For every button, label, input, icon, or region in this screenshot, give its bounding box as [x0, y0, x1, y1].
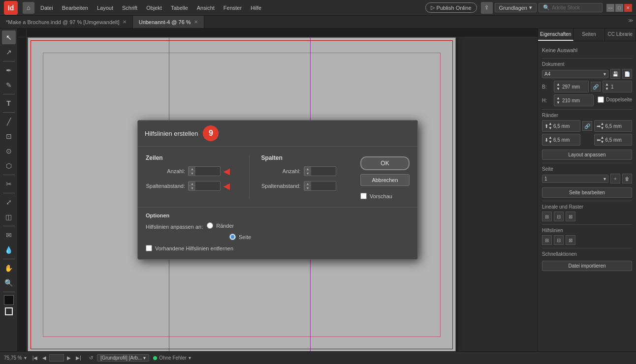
- b-up[interactable]: ▲▼: [556, 82, 560, 91]
- hilfslinien-icon-1[interactable]: ⊞: [542, 235, 552, 245]
- spalten-anzahl-arrows[interactable]: ▲ ▼: [304, 167, 311, 176]
- panel-tab-eigenschaften[interactable]: Eigenschaften: [538, 29, 573, 41]
- delete-page-icon[interactable]: 🗑: [622, 174, 632, 183]
- canvas-area[interactable]: Hilfslinien erstellen 9 Zeilen Anzahl: ▲: [18, 29, 538, 351]
- raender-radio[interactable]: [207, 222, 213, 229]
- h-up[interactable]: ▲▼: [556, 96, 560, 105]
- refresh-icon[interactable]: ↺: [89, 355, 93, 361]
- tool-text[interactable]: T: [2, 96, 16, 110]
- lineale-icon-2[interactable]: ⊟: [554, 212, 564, 221]
- prev-page-btn[interactable]: ◀: [40, 355, 48, 361]
- home-icon[interactable]: ⌂: [23, 2, 34, 14]
- tool-scissors[interactable]: ✂: [2, 177, 16, 191]
- page-input[interactable]: 1: [49, 354, 64, 362]
- b-spinbox[interactable]: ▲▼ 297 mm: [554, 81, 589, 92]
- zeilen-abstand-arrows[interactable]: ▲ ▼: [189, 182, 195, 190]
- h-spinbox[interactable]: ▲▼ 210 mm: [554, 94, 594, 106]
- profile-dropdown[interactable]: [Grundprofil] [Arb... ▾: [97, 354, 149, 362]
- link-raender-icon[interactable]: 🔗: [582, 121, 592, 131]
- menu-fenster[interactable]: Fenster: [220, 3, 246, 13]
- link-icon[interactable]: 🔗: [591, 82, 601, 91]
- tool-zoom[interactable]: 🔍: [2, 276, 16, 290]
- tab-0[interactable]: *Make a Brochure.indd @ 97 % [Umgewandel…: [0, 16, 133, 28]
- zeilen-abstand-input[interactable]: 5 mm: [195, 182, 220, 190]
- tool-gradient[interactable]: ◫: [2, 210, 16, 224]
- hilfslinien-icon-2[interactable]: ⊟: [554, 235, 564, 245]
- lineale-icon-1[interactable]: ⊞: [542, 212, 552, 221]
- raender-left-up[interactable]: ▲▼: [601, 135, 604, 144]
- tool-select[interactable]: ↖: [2, 30, 16, 44]
- search-box[interactable]: 🔍 Adobe Stock: [539, 3, 603, 12]
- raender-right-spinbox[interactable]: ➡ ▲▼ 6,5 mm: [594, 120, 633, 132]
- maximize-button[interactable]: □: [615, 4, 623, 12]
- menu-ansicht[interactable]: Ansicht: [193, 3, 219, 13]
- pages-up[interactable]: ▲▼: [605, 82, 609, 91]
- stroke-color[interactable]: [5, 307, 13, 315]
- tool-pen[interactable]: ✒: [2, 63, 16, 77]
- hilfslinien-icon-3[interactable]: ⊠: [566, 235, 575, 245]
- vorhandene-checkbox[interactable]: [146, 245, 152, 251]
- panel-tab-cc[interactable]: CC Librarie: [605, 29, 636, 41]
- format-dropdown[interactable]: A4 ▾: [542, 70, 608, 78]
- tool-eyedropper[interactable]: 💧: [2, 243, 16, 257]
- raender-bottom-up[interactable]: ▲▼: [548, 135, 552, 144]
- zeilen-anzahl-input[interactable]: 3: [195, 167, 220, 175]
- ok-button[interactable]: OK: [360, 156, 410, 170]
- spalten-abstand-arrows[interactable]: ▲ ▼: [304, 182, 311, 190]
- add-page-icon[interactable]: +: [610, 174, 620, 183]
- tool-pencil[interactable]: ✎: [2, 78, 16, 92]
- raender-left-spinbox[interactable]: ⬅ ▲▼ 6,5 mm: [594, 134, 633, 146]
- raender-right-up[interactable]: ▲▼: [601, 121, 604, 130]
- save-icon-btn[interactable]: 💾: [610, 69, 620, 79]
- publish-online-button[interactable]: ▷ Publish Online: [425, 2, 477, 13]
- zeilen-abstand-up[interactable]: ▲: [189, 182, 195, 186]
- menu-objekt[interactable]: Objekt: [142, 3, 166, 13]
- next-page-btn[interactable]: ▶: [65, 355, 73, 361]
- doppelseite-checkbox[interactable]: [598, 96, 604, 103]
- spalten-anzahl-up[interactable]: ▲: [304, 167, 311, 171]
- spalten-abstand-input[interactable]: 5 mm: [311, 182, 336, 190]
- raender-top-up[interactable]: ▲▼: [548, 121, 552, 130]
- tool-line[interactable]: ╱: [2, 115, 16, 128]
- menu-layout[interactable]: Layout: [93, 3, 117, 13]
- first-page-btn[interactable]: |◀: [31, 355, 40, 361]
- menu-bearbeiten[interactable]: Bearbeiten: [58, 3, 92, 13]
- zeilen-anzahl-up[interactable]: ▲: [189, 167, 195, 171]
- panel-tab-seiten[interactable]: Seiten: [573, 29, 604, 41]
- tab-1-close[interactable]: ✕: [194, 19, 198, 25]
- menu-tabelle[interactable]: Tabelle: [167, 3, 192, 13]
- zeilen-abstand-spinner[interactable]: ▲ ▼ 5 mm: [188, 181, 221, 191]
- tool-free-transform[interactable]: ⤢: [2, 195, 16, 209]
- seite-radio[interactable]: [229, 234, 236, 240]
- grundlagen-dropdown[interactable]: Grundlagen ▾: [495, 3, 537, 12]
- fill-color[interactable]: [4, 295, 14, 305]
- tab-1[interactable]: Unbenannt-4 @ 76 % ✕: [133, 16, 204, 28]
- spalten-abstand-up[interactable]: ▲: [304, 182, 311, 186]
- spalten-abstand-down[interactable]: ▼: [304, 186, 311, 190]
- tab-0-close[interactable]: ✕: [123, 19, 127, 25]
- new-page-icon-btn[interactable]: 📄: [622, 69, 632, 79]
- zeilen-anzahl-arrows[interactable]: ▲ ▼: [189, 167, 195, 176]
- tool-polygon-frame[interactable]: ⬡: [2, 159, 16, 173]
- tool-rect-frame[interactable]: ⊡: [2, 129, 16, 143]
- vorschau-checkbox[interactable]: [360, 193, 367, 199]
- minimize-button[interactable]: —: [606, 4, 614, 12]
- share-icon[interactable]: ⇪: [481, 2, 493, 14]
- seite-dropdown[interactable]: 1 ▾: [542, 175, 608, 183]
- tool-note[interactable]: ✉: [2, 228, 16, 242]
- zeilen-abstand-down[interactable]: ▼: [189, 186, 195, 190]
- zeilen-anzahl-spinner[interactable]: ▲ ▼ 3: [188, 166, 221, 176]
- menu-datei[interactable]: Datei: [36, 3, 57, 13]
- menu-schrift[interactable]: Schrift: [118, 3, 141, 13]
- lineale-icon-3[interactable]: ⊠: [566, 212, 575, 221]
- tool-hand[interactable]: ✋: [2, 261, 16, 275]
- tool-ellipse-frame[interactable]: ⊙: [2, 144, 16, 158]
- spalten-anzahl-down[interactable]: ▼: [304, 171, 311, 176]
- tool-direct-select[interactable]: ↗: [2, 45, 16, 59]
- raender-bottom-spinbox[interactable]: ⬇ ▲▼ 6,5 mm: [542, 134, 580, 146]
- spalten-abstand-spinner[interactable]: ▲ ▼ 5 mm: [304, 181, 336, 191]
- abbrechen-button[interactable]: Abbrechen: [360, 174, 410, 186]
- pages-spinbox[interactable]: ▲▼ 1: [603, 81, 632, 92]
- last-page-btn[interactable]: ▶|: [74, 355, 83, 361]
- tab-expand[interactable]: ≫: [625, 16, 636, 28]
